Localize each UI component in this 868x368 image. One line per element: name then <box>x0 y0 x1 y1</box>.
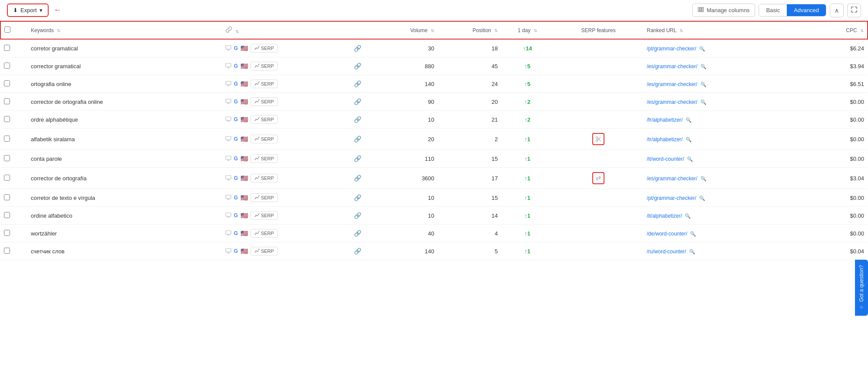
row-checkbox-cell[interactable] <box>0 57 27 75</box>
url-search-icon[interactable]: 🔍 <box>689 249 695 254</box>
serp-button[interactable]: SERP <box>251 80 278 88</box>
basic-view-button[interactable]: Basic <box>759 4 787 16</box>
url-search-icon[interactable]: 🔍 <box>700 176 706 181</box>
url-search-icon[interactable]: 🔍 <box>687 156 693 162</box>
serp-button[interactable]: SERP <box>251 193 278 202</box>
oneday-column-header[interactable]: 1 day ⇅ <box>501 21 554 39</box>
chain-link-icon: 🔗 <box>354 63 361 70</box>
volume-cell: 140 <box>374 75 438 93</box>
collapse-button[interactable]: ∧ <box>830 3 844 17</box>
row-checkbox[interactable] <box>4 175 10 181</box>
select-all-checkbox[interactable] <box>4 27 10 33</box>
serp-button[interactable]: SERP <box>251 135 278 143</box>
keyword-column-header[interactable]: Keywords ⇅ <box>27 21 222 39</box>
row-checkbox-cell[interactable] <box>0 129 27 150</box>
row-checkbox[interactable] <box>4 116 10 122</box>
tools-icons: G 🇺🇸 SERP <box>225 80 338 88</box>
row-checkbox-cell[interactable] <box>0 207 27 225</box>
row-checkbox-cell[interactable] <box>0 150 27 168</box>
row-checkbox-cell[interactable] <box>0 111 27 129</box>
serp-button[interactable]: SERP <box>251 62 278 70</box>
position-value: 4 <box>495 230 498 237</box>
keyword-text: corretor de texto e vírgula <box>31 195 95 201</box>
cpc-column-header[interactable]: CPC ⇅ <box>808 21 868 39</box>
ranked-url-link[interactable]: /ru/word-counter/ <box>647 249 686 255</box>
row-checkbox-cell[interactable] <box>0 75 27 93</box>
volume-column-header[interactable]: Volume ⇅ <box>374 21 438 39</box>
cpc-cell: $0.00 <box>808 150 868 168</box>
ranked-url-link[interactable]: /es/grammar-checker/ <box>647 63 697 70</box>
cpc-cell: $6.24 <box>808 39 868 57</box>
manage-columns-button[interactable]: Manage columns <box>692 3 755 17</box>
chart-icon <box>254 63 260 69</box>
row-checkbox[interactable] <box>4 63 10 69</box>
row-checkbox[interactable] <box>4 248 10 254</box>
row-checkbox[interactable] <box>4 230 10 236</box>
serp-button[interactable]: SERP <box>251 44 278 53</box>
keyword-text: ortografia online <box>31 81 71 87</box>
serp-button[interactable]: SERP <box>251 174 278 182</box>
url-search-icon[interactable]: 🔍 <box>699 46 705 51</box>
row-checkbox[interactable] <box>4 80 10 86</box>
row-checkbox[interactable] <box>4 212 10 218</box>
serp-button[interactable]: SERP <box>251 247 278 255</box>
serp-button[interactable]: SERP <box>251 97 278 106</box>
row-checkbox-cell[interactable] <box>0 242 27 260</box>
chain-cell: 🔗 <box>341 39 374 57</box>
ranked-url-link[interactable]: /pt/grammar-checker/ <box>647 46 696 52</box>
row-checkbox[interactable] <box>4 136 10 142</box>
ranked-url-link[interactable]: /es/grammar-checker/ <box>647 176 697 182</box>
row-checkbox[interactable] <box>4 155 10 161</box>
volume-cell: 90 <box>374 93 438 111</box>
oneday-cell: ↑1 <box>501 207 554 225</box>
serp-features-cell <box>554 242 644 260</box>
ranked-url-link[interactable]: /de/word-counter/ <box>647 231 687 237</box>
change-value: 1 <box>527 195 530 201</box>
serp-features-cell <box>554 168 644 189</box>
serp-button[interactable]: SERP <box>251 154 278 163</box>
row-checkbox[interactable] <box>4 45 10 51</box>
table-row: ordine alfabetico G 🇺🇸 SERP 🔗 10 <box>0 207 868 225</box>
row-checkbox-cell[interactable] <box>0 168 27 189</box>
ranked-url-link[interactable]: /pt/grammar-checker/ <box>647 195 696 201</box>
serp-button[interactable]: SERP <box>251 229 278 238</box>
url-search-icon[interactable]: 🔍 <box>700 99 706 105</box>
url-search-icon[interactable]: 🔍 <box>690 231 696 236</box>
url-search-icon[interactable]: 🔍 <box>700 64 706 69</box>
row-checkbox-cell[interactable] <box>0 39 27 57</box>
row-checkbox-cell[interactable] <box>0 93 27 111</box>
ranked-url-link[interactable]: /it/alphabetizer/ <box>647 213 682 219</box>
ranked-url-link[interactable]: /fr/alphabetizer/ <box>647 117 683 123</box>
row-checkbox-cell[interactable] <box>0 225 27 242</box>
serp-button[interactable]: SERP <box>251 211 278 220</box>
google-icon: G <box>234 212 238 219</box>
serp-features-cell <box>554 93 644 111</box>
position-column-header[interactable]: Position ⇅ <box>438 21 501 39</box>
row-checkbox-cell[interactable] <box>0 189 27 207</box>
row-checkbox[interactable] <box>4 98 10 104</box>
cpc-value: $0.00 <box>850 116 864 123</box>
us-flag-icon: 🇺🇸 <box>241 63 248 70</box>
select-all-header[interactable] <box>0 21 27 39</box>
url-column-header[interactable]: Ranked URL ⇅ <box>643 21 808 39</box>
volume-value: 30 <box>428 45 434 52</box>
expand-button[interactable] <box>847 3 861 17</box>
url-search-icon[interactable]: 🔍 <box>685 213 691 219</box>
row-checkbox[interactable] <box>4 194 10 200</box>
ranked-url-link[interactable]: /tr/alphabetizer/ <box>647 136 683 143</box>
export-button[interactable]: ⬇ Export ▾ <box>7 3 49 17</box>
ranked-url-link[interactable]: /es/grammar-checker/ <box>647 99 697 105</box>
url-search-icon[interactable]: 🔍 <box>686 117 692 123</box>
tools-cell: G 🇺🇸 SERP <box>222 111 341 129</box>
url-search-icon[interactable]: 🔍 <box>699 196 705 201</box>
got-question-button[interactable]: ○ Got a question? <box>855 260 868 260</box>
position-value: 21 <box>492 116 498 123</box>
keyword-cell: corrector de ortografía <box>27 168 222 189</box>
advanced-view-button[interactable]: Advanced <box>787 4 826 16</box>
url-search-icon[interactable]: 🔍 <box>700 82 706 87</box>
ranked-url-link[interactable]: /it/word-counter/ <box>647 156 684 162</box>
url-search-icon[interactable]: 🔍 <box>686 137 692 142</box>
chart-icon <box>254 249 260 254</box>
ranked-url-link[interactable]: /es/grammar-checker/ <box>647 81 697 87</box>
serp-button[interactable]: SERP <box>251 115 278 124</box>
